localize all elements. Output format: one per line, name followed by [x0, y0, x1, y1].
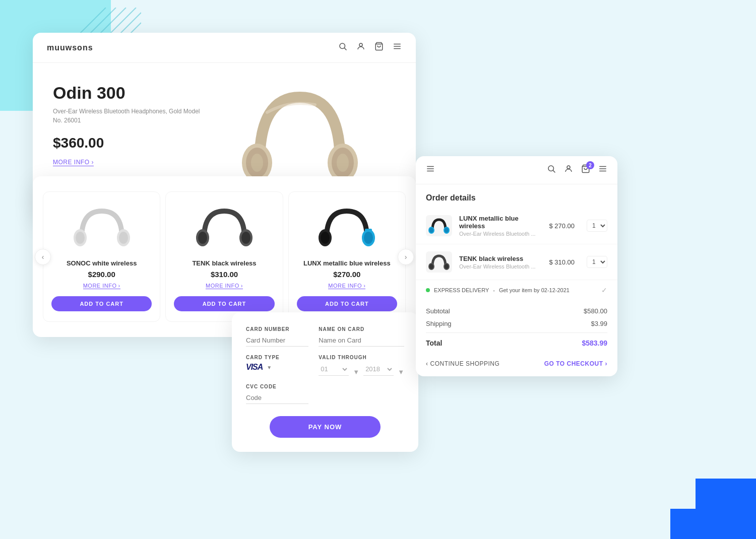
continue-shopping-link[interactable]: ‹ CONTINUE SHOPPING: [426, 360, 499, 367]
products-grid: ‹ SONOC white wireless $290.00 MORE INFO…: [43, 191, 406, 322]
visa-logo: VISA: [246, 363, 263, 372]
go-to-checkout-link[interactable]: GO TO CHECKOUT ›: [544, 360, 607, 367]
order-nav: 2: [416, 156, 617, 184]
express-label: EXPRESS DELIVERY: [434, 287, 489, 293]
product-name-3: LUNX metallic blue wireless: [303, 259, 391, 267]
svg-point-20: [76, 232, 85, 244]
menu-icon[interactable]: [393, 42, 402, 53]
order-search-icon[interactable]: [547, 164, 556, 176]
order-menu-icon[interactable]: [426, 164, 435, 176]
svg-point-24: [198, 232, 207, 244]
express-dash: -: [493, 287, 495, 293]
product-name-2: TENK black wireless: [192, 259, 256, 267]
total-value: $583.99: [582, 339, 607, 347]
product-more-info-1[interactable]: MORE INFO ›: [83, 283, 120, 289]
product-price-1: $290.00: [88, 270, 115, 279]
product-image-3: [314, 202, 380, 252]
order-item-price-1: $ 270.00: [549, 222, 575, 230]
product-card-1: SONOC white wireless $290.00 MORE INFO ›…: [43, 191, 160, 322]
order-panel: 2 Order details LUNX metallic blue wirel…: [416, 156, 617, 376]
order-cart-icon[interactable]: 2: [581, 164, 590, 176]
svg-line-36: [553, 170, 555, 172]
card-number-label: CARD NUMBER: [246, 326, 308, 332]
total-label: Total: [426, 339, 442, 347]
order-menu-icon2[interactable]: [598, 164, 607, 176]
subtotal-row: Subtotal $580.00: [426, 307, 607, 315]
name-on-card-label: NAME ON CARD: [319, 326, 404, 332]
valid-year-select[interactable]: 201820192020: [363, 363, 394, 376]
order-item-name-2: TENK black wireless: [459, 255, 537, 262]
svg-rect-31: [365, 229, 372, 231]
svg-point-28: [321, 232, 330, 244]
order-item-info-2: TENK black wireless Over-Ear Wireless Bl…: [459, 255, 537, 270]
order-user-icon[interactable]: [564, 164, 573, 176]
express-checkmark: ✓: [601, 286, 607, 294]
svg-point-6: [340, 43, 345, 49]
total-row: Total $583.99: [426, 332, 607, 347]
product-more-info-3[interactable]: MORE INFO ›: [328, 283, 365, 289]
svg-point-47: [429, 264, 433, 269]
product-name-1: SONOC white wireless: [67, 259, 137, 267]
product-add-to-cart-1[interactable]: ADD TO CART: [51, 296, 152, 311]
order-item-qty-1[interactable]: 123: [587, 220, 607, 232]
cvc-field: CVC CODE: [246, 384, 308, 404]
express-date: Get your item by 02-12-2021: [499, 287, 570, 293]
order-item-desc-1: Over-Ear Wireless Bluetooth ...: [459, 231, 537, 237]
next-arrow[interactable]: ›: [398, 249, 414, 265]
card-type-row: VISA ▼: [246, 363, 308, 372]
valid-through-field: VALID THROUGH 010203 ▼ 201820192020 ▼: [319, 355, 404, 376]
svg-point-45: [445, 228, 449, 233]
svg-point-15: [251, 154, 263, 172]
shipping-label: Shipping: [426, 320, 452, 327]
pay-now-button[interactable]: PAY NOW: [270, 416, 381, 438]
main-nav: muuwsons: [33, 33, 416, 63]
svg-line-7: [344, 48, 346, 50]
order-actions: ‹ CONTINUE SHOPPING GO TO CHECKOUT ›: [416, 352, 617, 376]
product-card-3: LUNX metallic blue wireless $270.00 MORE…: [288, 191, 406, 322]
shipping-value: $3.99: [591, 320, 607, 327]
nav-icons-group: [338, 42, 402, 53]
svg-point-37: [567, 166, 570, 169]
product-more-info-2[interactable]: MORE INFO ›: [206, 283, 243, 289]
name-on-card-field: NAME ON CARD: [319, 326, 404, 347]
order-item-image-2: [426, 251, 452, 273]
product-add-to-cart-2[interactable]: ADD TO CART: [174, 296, 274, 311]
order-title: Order details: [416, 184, 617, 208]
more-info-link[interactable]: MORE INFO ›: [53, 159, 94, 166]
user-icon[interactable]: [356, 42, 365, 53]
bg-blue-decoration-br2: [670, 509, 696, 539]
order-item-qty-2[interactable]: 123: [587, 256, 607, 268]
svg-point-8: [359, 43, 362, 46]
cvc-input[interactable]: [246, 392, 308, 404]
card-type-field: CARD TYPE VISA ▼: [246, 355, 308, 376]
card-type-arrow[interactable]: ▼: [267, 365, 272, 370]
search-icon[interactable]: [338, 42, 347, 53]
product-add-to-cart-3[interactable]: ADD TO CART: [297, 296, 397, 311]
payment-fields: CARD NUMBER NAME ON CARD CARD TYPE VISA …: [246, 326, 404, 404]
product-card-2: TENK black wireless $310.00 MORE INFO › …: [165, 191, 283, 322]
cart-badge: 2: [586, 161, 594, 169]
product-price-3: $270.00: [333, 270, 360, 279]
product-image-1: [69, 202, 135, 252]
prev-arrow[interactable]: ‹: [35, 249, 51, 265]
name-on-card-input[interactable]: [319, 334, 404, 347]
svg-point-26: [241, 232, 250, 244]
subtotal-label: Subtotal: [426, 307, 450, 315]
subtotal-value: $580.00: [584, 307, 607, 315]
shipping-row: Shipping $3.99: [426, 320, 607, 327]
green-dot: [426, 288, 430, 292]
order-item-image-1: [426, 215, 452, 236]
card-type-label: CARD TYPE: [246, 355, 308, 360]
product-price: $360.00: [53, 135, 204, 151]
svg-point-49: [445, 264, 449, 269]
card-number-input[interactable]: [246, 334, 308, 347]
order-item-info-1: LUNX metallic blue wireless Over-Ear Wir…: [459, 215, 537, 237]
svg-point-18: [337, 154, 349, 172]
svg-point-35: [548, 166, 554, 171]
cvc-label: CVC CODE: [246, 384, 308, 389]
valid-month-select[interactable]: 010203: [319, 363, 349, 376]
cart-icon[interactable]: [374, 42, 384, 53]
product-title: Odin 300: [53, 83, 204, 103]
svg-point-30: [364, 232, 373, 244]
valid-row: 010203 ▼ 201820192020 ▼: [319, 363, 404, 376]
